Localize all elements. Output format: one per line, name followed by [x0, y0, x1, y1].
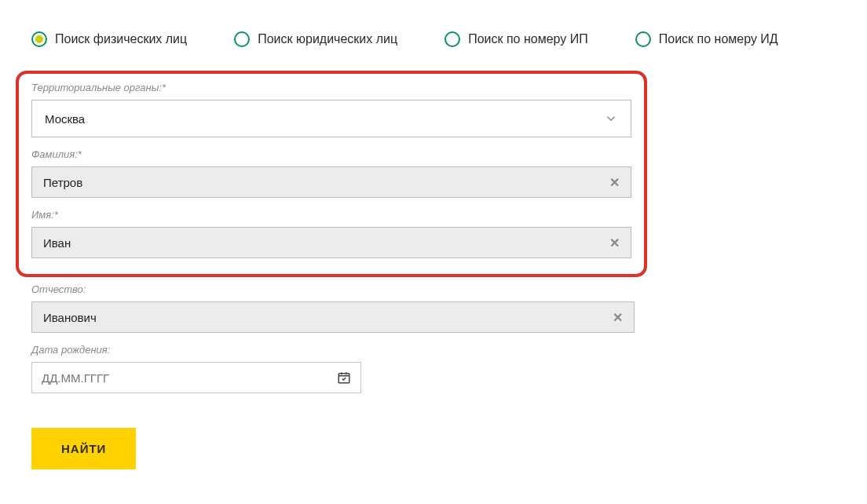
- firstname-input-wrap: ✕: [31, 227, 631, 258]
- radio-physical-persons[interactable]: Поиск физических лиц: [31, 31, 187, 47]
- territory-selected-value: Москва: [45, 112, 85, 126]
- chevron-down-icon: [604, 111, 618, 126]
- radio-circle-icon: [444, 31, 460, 47]
- dob-label: Дата рождения:: [31, 344, 635, 356]
- firstname-input[interactable]: [43, 236, 609, 250]
- radio-ip-number[interactable]: Поиск по номеру ИП: [444, 31, 588, 47]
- radio-label: Поиск физических лиц: [55, 32, 187, 46]
- lastname-label: Фамилия:*: [31, 148, 631, 160]
- search-button[interactable]: НАЙТИ: [31, 428, 136, 469]
- dob-field-group: Дата рождения:: [31, 344, 635, 393]
- radio-circle-icon: [635, 31, 651, 47]
- radio-id-number[interactable]: Поиск по номеру ИД: [635, 31, 778, 47]
- calendar-icon[interactable]: [337, 371, 351, 385]
- lastname-input-wrap: ✕: [31, 166, 631, 198]
- clear-icon[interactable]: ✕: [609, 236, 620, 250]
- radio-legal-entities[interactable]: Поиск юридических лиц: [234, 31, 397, 47]
- optional-fields-section: Отчество: ✕ Дата рождения: НАЙТИ: [31, 283, 635, 469]
- dob-input[interactable]: [42, 371, 337, 385]
- firstname-label: Имя:*: [31, 209, 631, 221]
- radio-label: Поиск юридических лиц: [258, 32, 397, 46]
- dob-input-wrap: [31, 362, 361, 393]
- patronymic-input[interactable]: [43, 311, 613, 324]
- radio-label: Поиск по номеру ИП: [468, 32, 588, 46]
- territory-field-group: Территориальные органы:* Москва: [31, 82, 631, 137]
- territory-label: Территориальные органы:*: [31, 82, 631, 93]
- radio-label: Поиск по номеру ИД: [659, 32, 778, 46]
- patronymic-field-group: Отчество: ✕: [31, 283, 635, 333]
- clear-icon[interactable]: ✕: [609, 175, 620, 190]
- lastname-input[interactable]: [43, 176, 609, 189]
- clear-icon[interactable]: ✕: [613, 310, 623, 325]
- patronymic-label: Отчество:: [31, 283, 635, 295]
- firstname-field-group: Имя:* ✕: [31, 209, 631, 258]
- highlighted-required-section: Территориальные органы:* Москва Фамилия:…: [16, 71, 647, 277]
- radio-circle-icon: [31, 31, 47, 47]
- territory-select[interactable]: Москва: [31, 100, 631, 137]
- radio-circle-icon: [234, 31, 250, 47]
- svg-rect-0: [338, 374, 349, 383]
- lastname-field-group: Фамилия:* ✕: [31, 148, 631, 198]
- search-type-radio-row: Поиск физических лиц Поиск юридических л…: [31, 31, 836, 47]
- patronymic-input-wrap: ✕: [31, 301, 635, 333]
